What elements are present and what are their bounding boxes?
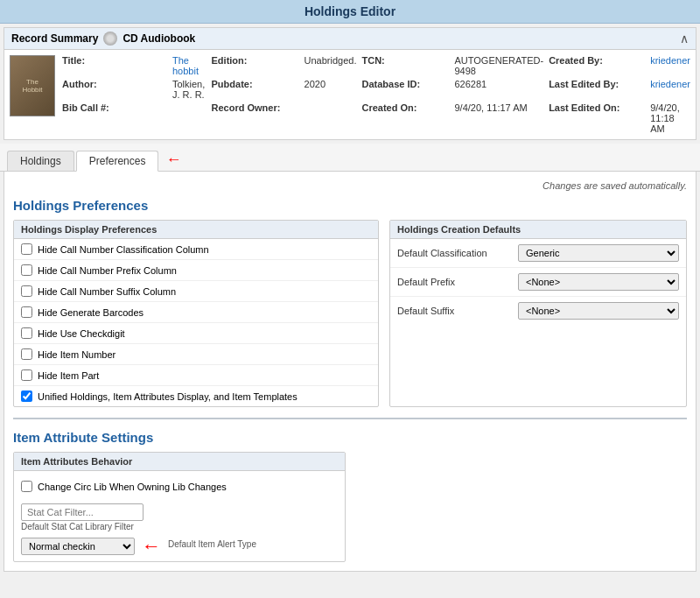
checkbox-hide-cn-suffix-input[interactable]	[21, 285, 32, 297]
checkbox-hide-cn-class: Hide Call Number Classification Column	[14, 239, 378, 260]
creation-row-suffix: Default Suffix <None>	[390, 297, 686, 325]
item-attr-inner: Change Circ Lib When Owning Lib Changes …	[14, 471, 345, 561]
creation-row-classification: Default Classification Generic	[390, 239, 686, 268]
title-value[interactable]: The hobbit	[172, 55, 206, 76]
checkbox-hide-checkdigit-label: Hide Use Checkdigit	[38, 328, 125, 339]
record-summary-label: Record Summary CD Audiobook	[11, 32, 195, 46]
section-divider	[13, 418, 687, 419]
record-fields: Title: The hobbit Edition: Unabridged. T…	[62, 55, 690, 134]
checkbox-hide-item-num-label: Hide Item Number	[38, 349, 116, 360]
checkbox-hide-cn-suffix-label: Hide Call Number Suffix Column	[38, 286, 176, 297]
record-owner-label: Record Owner:	[212, 102, 299, 113]
tab-holdings[interactable]: Holdings	[7, 151, 74, 171]
display-prefs-title: Holdings Display Preferences	[14, 221, 378, 239]
checkbox-unified-holdings: Unified Holdings, Item Attributes Displa…	[14, 386, 378, 406]
last-edited-by-label: Last Edited By:	[549, 79, 645, 89]
item-attr-behavior-title: Item Attributes Behavior	[14, 453, 345, 471]
checkbox-hide-checkdigit: Hide Use Checkdigit	[14, 323, 378, 344]
record-summary-header: Record Summary CD Audiobook ∧	[4, 28, 696, 50]
database-id-label: Database ID:	[361, 79, 449, 89]
default-suffix-label: Default Suffix	[397, 306, 511, 316]
checkbox-hide-cn-prefix: Hide Call Number Prefix Column	[14, 260, 378, 281]
preferences-arrow: ←	[165, 151, 181, 167]
default-prefix-label: Default Prefix	[397, 277, 511, 287]
last-edited-by-value[interactable]: kriedener	[650, 79, 690, 89]
alert-type-select[interactable]: Normal checkin Normal checkout Hold capt…	[21, 538, 135, 555]
checkbox-hide-item-part-input[interactable]	[21, 369, 32, 381]
checkbox-change-circ-input[interactable]	[21, 481, 32, 492]
default-classification-label: Default Classification	[397, 248, 511, 258]
pubdate-label: Pubdate:	[212, 79, 299, 89]
created-by-value[interactable]: kriedener	[650, 55, 690, 66]
item-attribute-settings-panel: Item Attributes Behavior Change Circ Lib…	[13, 452, 346, 562]
book-thumbnail: TheHobbit	[10, 55, 55, 116]
checkbox-hide-cn-prefix-input[interactable]	[21, 264, 32, 276]
edition-label: Edition:	[212, 55, 299, 66]
app-header: Holdings Editor	[0, 0, 700, 24]
autosave-note: Changes are saved automatically.	[13, 180, 687, 191]
creation-defaults-title: Holdings Creation Defaults	[390, 221, 686, 239]
author-label: Author:	[62, 79, 167, 89]
checkbox-hide-gen-barcodes-label: Hide Generate Barcodes	[38, 307, 144, 318]
checkbox-hide-cn-suffix: Hide Call Number Suffix Column	[14, 281, 378, 302]
alert-type-row: Normal checkin Normal checkout Hold capt…	[21, 537, 338, 556]
edition-value: Unabridged.	[304, 55, 357, 66]
tabs-bar: Holdings Preferences ←	[0, 144, 700, 172]
author-value: Tolkien, J. R. R.	[172, 79, 206, 100]
holdings-preferences-heading: Holdings Preferences	[13, 198, 687, 213]
created-on-value: 9/4/20, 11:17 AM	[454, 102, 543, 113]
main-content: Changes are saved automatically. Holding…	[4, 172, 696, 572]
stat-cat-section: Default Stat Cat Library Filter	[21, 503, 338, 531]
item-attribute-settings-heading: Item Attribute Settings	[13, 430, 687, 445]
alert-arrow: ←	[142, 537, 161, 556]
checkbox-hide-item-part-label: Hide Item Part	[38, 370, 99, 381]
checkbox-hide-cn-class-input[interactable]	[21, 243, 32, 255]
database-id-value: 626281	[454, 79, 543, 89]
last-edited-on-value: 9/4/20, 11:18 AM	[650, 102, 690, 134]
app-title: Holdings Editor	[304, 4, 396, 18]
record-body: TheHobbit Title: The hobbit Edition: Una…	[4, 50, 696, 139]
alert-type-label: Default Item Alert Type	[168, 539, 256, 549]
default-prefix-select[interactable]: <None>	[518, 273, 679, 291]
stat-cat-filter-input[interactable]	[21, 503, 144, 521]
cd-icon	[103, 32, 117, 46]
title-label: Title:	[62, 55, 167, 66]
pubdate-value: 2020	[304, 79, 357, 89]
tab-preferences[interactable]: Preferences	[76, 151, 159, 172]
record-type: CD Audiobook	[122, 32, 195, 45]
tcn-value: AUTOGENERATED-9498	[454, 55, 543, 76]
default-classification-select[interactable]: Generic	[518, 244, 679, 262]
checkbox-hide-item-part: Hide Item Part	[14, 365, 378, 386]
stat-cat-default-label: Default Stat Cat Library Filter	[21, 522, 338, 531]
checkbox-unified-holdings-label: Unified Holdings, Item Attributes Displa…	[38, 391, 298, 402]
last-edited-on-label: Last Edited On:	[549, 102, 645, 113]
checkbox-change-circ: Change Circ Lib When Owning Lib Changes	[21, 476, 338, 496]
checkbox-hide-checkdigit-input[interactable]	[21, 327, 32, 339]
tcn-label: TCN:	[361, 55, 449, 66]
record-summary-text: Record Summary	[11, 32, 98, 45]
prefs-row: Holdings Display Preferences Hide Call N…	[13, 220, 687, 407]
checkbox-change-circ-label: Change Circ Lib When Owning Lib Changes	[38, 482, 227, 492]
bib-call-label: Bib Call #:	[62, 102, 167, 113]
created-on-label: Created On:	[361, 102, 449, 113]
record-summary: Record Summary CD Audiobook ∧ TheHobbit …	[4, 27, 696, 140]
creation-row-prefix: Default Prefix <None>	[390, 268, 686, 297]
checkbox-hide-gen-barcodes: Hide Generate Barcodes	[14, 302, 378, 323]
created-by-label: Created By:	[549, 55, 645, 66]
checkbox-hide-gen-barcodes-input[interactable]	[21, 306, 32, 318]
checkbox-unified-holdings-input[interactable]	[21, 390, 32, 402]
collapse-button[interactable]: ∧	[680, 32, 689, 46]
display-prefs-panel: Holdings Display Preferences Hide Call N…	[13, 220, 379, 407]
creation-defaults-panel: Holdings Creation Defaults Default Class…	[389, 220, 687, 407]
checkbox-hide-item-num: Hide Item Number	[14, 344, 378, 365]
default-suffix-select[interactable]: <None>	[518, 302, 679, 320]
checkbox-hide-item-num-input[interactable]	[21, 348, 32, 360]
checkbox-hide-cn-prefix-label: Hide Call Number Prefix Column	[38, 265, 177, 276]
checkbox-hide-cn-class-label: Hide Call Number Classification Column	[38, 244, 209, 255]
